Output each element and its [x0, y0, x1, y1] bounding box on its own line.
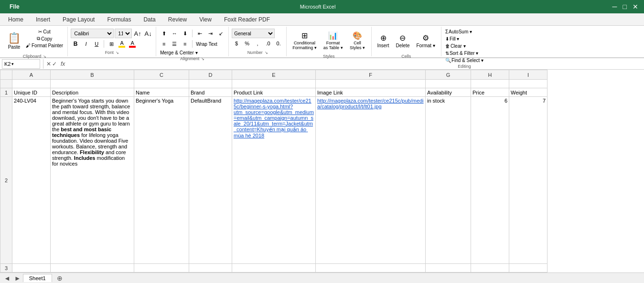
tab-page-layout[interactable]: Page Layout: [56, 13, 101, 25]
comma-btn[interactable]: ,: [253, 39, 262, 48]
cell-G1[interactable]: Availability: [426, 88, 471, 97]
align-right-btn[interactable]: ≡: [180, 39, 190, 49]
col-header-F[interactable]: F: [316, 70, 426, 80]
cell-F2[interactable]: http://mageplaza.com/tester/ce215c/pub/m…: [316, 97, 426, 264]
cell-F-empty[interactable]: [316, 80, 426, 88]
underline-button[interactable]: U: [92, 39, 101, 49]
cell-B1[interactable]: Description: [51, 88, 134, 97]
clear-button[interactable]: 🗑 Clear ▾: [444, 43, 467, 49]
border-btn[interactable]: ⊞: [107, 39, 116, 49]
align-middle-btn[interactable]: ↔: [170, 29, 179, 38]
merge-center-btn[interactable]: Merge & Center ▾: [159, 50, 198, 56]
clipboard-dialog-icon[interactable]: ↘: [43, 54, 46, 59]
sheet-tab-1[interactable]: Sheet1: [23, 274, 52, 282]
minimize-btn[interactable]: ─: [611, 3, 619, 10]
align-bottom-btn[interactable]: ⬇: [180, 29, 190, 38]
cell-ref-dropdown[interactable]: ▾: [11, 62, 14, 66]
cell-A2[interactable]: 240-LV04: [12, 97, 51, 264]
wrap-text-btn[interactable]: Wrap Text: [195, 41, 218, 47]
cell-C-empty[interactable]: [134, 80, 189, 88]
cell-F3[interactable]: [316, 264, 426, 273]
cell-A-empty[interactable]: [12, 80, 51, 88]
tab-review[interactable]: Review: [162, 13, 193, 25]
cell-G3[interactable]: [426, 264, 471, 273]
tab-data[interactable]: Data: [137, 13, 161, 25]
fill-button[interactable]: ⬇ Fill ▾: [444, 36, 461, 42]
font-name-select[interactable]: Calibri: [71, 29, 114, 38]
increase-font-btn[interactable]: A↑: [133, 29, 142, 38]
tab-home[interactable]: Home: [2, 13, 30, 25]
maximize-btn[interactable]: □: [621, 3, 629, 10]
formula-input[interactable]: [69, 61, 642, 67]
cell-E3[interactable]: [232, 264, 316, 273]
align-top-btn[interactable]: ⬆: [159, 29, 169, 38]
cancel-formula-btn[interactable]: ✕: [46, 61, 51, 67]
cell-I-empty[interactable]: [509, 80, 547, 88]
cell-E-empty[interactable]: [232, 80, 316, 88]
col-header-I[interactable]: I: [509, 70, 547, 80]
format-button[interactable]: ⚙ Format ▾: [413, 29, 438, 53]
col-header-H[interactable]: H: [471, 70, 509, 80]
align-left-btn[interactable]: ≡: [159, 39, 169, 49]
align-center-btn[interactable]: ☰: [170, 39, 179, 49]
cell-I1[interactable]: Weight: [509, 88, 547, 97]
file-tab[interactable]: File: [4, 1, 25, 12]
cell-E2[interactable]: http://mageplaza.com/tester/ce215c/begin…: [232, 97, 316, 264]
insert-button[interactable]: ⊕ Insert: [375, 29, 392, 53]
cut-button[interactable]: ✂ Cut: [24, 29, 64, 35]
cell-E1[interactable]: Product Link: [232, 88, 316, 97]
italic-button[interactable]: I: [81, 39, 91, 49]
cell-G-empty[interactable]: [426, 80, 471, 88]
cell-H-empty[interactable]: [471, 80, 509, 88]
text-direction-btn[interactable]: ↙: [216, 29, 225, 38]
number-dialog-icon[interactable]: ↘: [265, 51, 268, 55]
cell-styles-button[interactable]: 🎨 CellStyles ▾: [347, 29, 368, 53]
cell-C3[interactable]: [134, 264, 189, 273]
cell-B-empty[interactable]: [51, 80, 134, 88]
cell-H2[interactable]: 6: [471, 97, 509, 264]
tab-insert[interactable]: Insert: [30, 13, 56, 25]
cell-D-empty[interactable]: [189, 80, 232, 88]
sheet-nav-right[interactable]: ►: [12, 274, 23, 282]
alignment-dialog-icon[interactable]: ↘: [201, 57, 204, 61]
cell-D2[interactable]: DefaultBrand: [189, 97, 232, 264]
increase-decimal-btn[interactable]: .0: [263, 39, 273, 48]
percent-btn[interactable]: %: [242, 39, 252, 48]
tab-view[interactable]: View: [193, 13, 218, 25]
col-header-A[interactable]: A: [12, 70, 51, 80]
tab-foxit[interactable]: Foxit Reader PDF: [218, 13, 276, 25]
cell-B3[interactable]: [51, 264, 134, 273]
decrease-decimal-btn[interactable]: 0.: [274, 39, 283, 48]
cell-C1[interactable]: Name: [134, 88, 189, 97]
tab-formulas[interactable]: Formulas: [101, 13, 137, 25]
font-size-select[interactable]: 11: [115, 29, 132, 38]
cell-B2[interactable]: Beginner's Yoga starts you down the path…: [51, 97, 134, 264]
conditional-formatting-button[interactable]: ⊞ ConditionalFormatting ▾: [290, 29, 320, 53]
decrease-font-btn[interactable]: A↓: [143, 29, 153, 38]
bold-button[interactable]: B: [71, 39, 80, 49]
sort-filter-button[interactable]: ⇅ Sort & Filter ▾: [444, 50, 480, 56]
col-header-D[interactable]: D: [189, 70, 232, 80]
add-sheet-btn[interactable]: ⊕: [53, 273, 66, 283]
currency-btn[interactable]: $: [232, 39, 241, 48]
paste-button[interactable]: 📋 Paste: [5, 29, 23, 53]
autosum-button[interactable]: Σ AutoSum ▾: [444, 29, 473, 35]
copy-button[interactable]: ⧉ Copy: [24, 35, 64, 42]
col-header-G[interactable]: G: [426, 70, 471, 80]
cell-H1[interactable]: Price: [471, 88, 509, 97]
cell-H3[interactable]: [471, 264, 509, 273]
cell-I2[interactable]: 7: [509, 97, 547, 264]
cell-I3[interactable]: [509, 264, 547, 273]
col-header-B[interactable]: B: [51, 70, 134, 80]
format-as-table-button[interactable]: 📊 Formatas Table ▾: [321, 29, 346, 53]
indent-increase-btn[interactable]: ⇥: [205, 29, 215, 38]
cell-A1[interactable]: Unique ID: [12, 88, 51, 97]
cell-A3[interactable]: [12, 264, 51, 273]
format-painter-button[interactable]: 🖌 Format Painter: [24, 42, 64, 49]
cell-D1[interactable]: Brand: [189, 88, 232, 97]
font-color-btn[interactable]: A: [128, 39, 137, 49]
indent-decrease-btn[interactable]: ⇤: [195, 29, 204, 38]
number-format-select[interactable]: General: [232, 29, 275, 38]
sheet-nav-left[interactable]: ◄: [2, 274, 12, 282]
cell-D3[interactable]: [189, 264, 232, 273]
